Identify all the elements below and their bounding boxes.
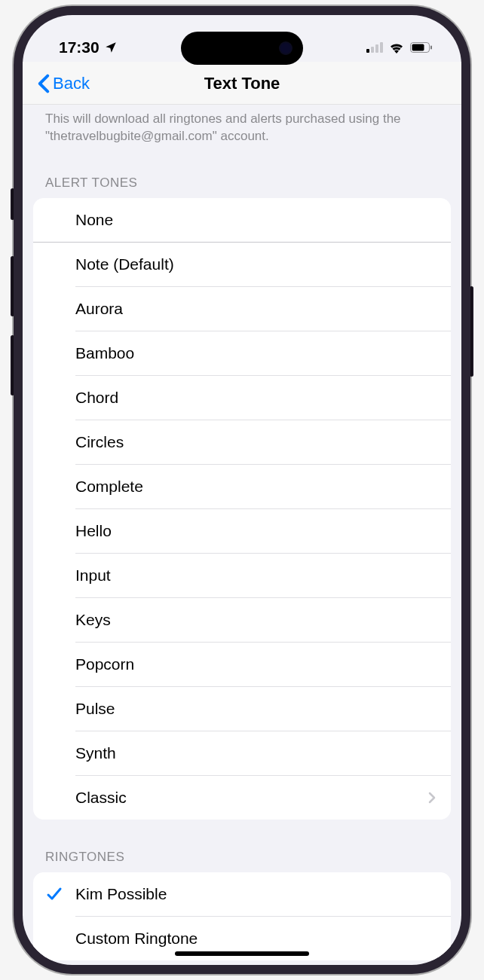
tone-label: Aurora — [75, 300, 436, 318]
wifi-icon — [389, 41, 404, 53]
tone-item-chord[interactable]: Chord — [33, 376, 451, 420]
page-title: Text Tone — [204, 74, 280, 93]
tone-item-keys[interactable]: Keys — [33, 598, 451, 642]
tone-label: Bamboo — [75, 344, 436, 362]
tone-label: Input — [75, 566, 436, 585]
back-button[interactable]: Back — [38, 74, 90, 93]
ringtones-list: Kim Possible Custom Ringtone — [33, 872, 451, 960]
ringtone-item-kim-possible[interactable]: Kim Possible — [33, 872, 451, 916]
tone-item-hello[interactable]: Hello — [33, 509, 451, 553]
tone-label: Keys — [75, 611, 436, 629]
ringtone-label: Custom Ringtone — [75, 930, 436, 948]
back-label: Back — [53, 74, 90, 93]
dynamic-island — [181, 32, 303, 65]
tone-item-note[interactable]: Note (Default) — [33, 243, 451, 286]
tone-item-none[interactable]: None — [33, 198, 451, 242]
tone-item-popcorn[interactable]: Popcorn — [33, 643, 451, 686]
checkmark-icon — [46, 886, 63, 902]
tone-label: Chord — [75, 389, 436, 407]
cellular-signal-icon — [366, 42, 383, 53]
tone-label: Synth — [75, 744, 436, 762]
tone-label: Hello — [75, 522, 436, 540]
tone-item-synth[interactable]: Synth — [33, 731, 451, 775]
battery-icon — [410, 42, 433, 53]
tone-item-aurora[interactable]: Aurora — [33, 287, 451, 331]
tone-label: Pulse — [75, 700, 436, 718]
tone-item-input[interactable]: Input — [33, 554, 451, 597]
svg-rect-2 — [430, 46, 432, 50]
description-text: This will download all ringtones and ale… — [23, 105, 461, 145]
ringtone-label: Kim Possible — [75, 885, 436, 903]
tone-item-bamboo[interactable]: Bamboo — [33, 331, 451, 375]
alert-tones-list: None Note (Default) Aurora Bamboo — [33, 198, 451, 820]
tone-item-pulse[interactable]: Pulse — [33, 687, 451, 731]
phone-frame: 17:30 — [14, 6, 470, 974]
chevron-right-icon — [428, 792, 436, 804]
chevron-left-icon — [38, 74, 50, 93]
tone-label: Note (Default) — [75, 255, 436, 273]
content-area[interactable]: This will download all ringtones and ale… — [23, 105, 461, 960]
tone-item-classic[interactable]: Classic — [33, 776, 451, 820]
location-icon — [104, 41, 118, 54]
tone-label: Classic — [75, 789, 422, 807]
tone-item-circles[interactable]: Circles — [33, 420, 451, 464]
tone-label: Popcorn — [75, 655, 436, 673]
tone-label: Complete — [75, 478, 436, 496]
navigation-bar: Back Text Tone — [23, 62, 461, 105]
tone-item-complete[interactable]: Complete — [33, 465, 451, 508]
home-indicator[interactable] — [175, 951, 309, 956]
tone-label: None — [75, 211, 436, 229]
tone-label: Circles — [75, 433, 436, 451]
section-header-ringtones: RINGTONES — [23, 820, 461, 872]
svg-rect-1 — [412, 44, 424, 51]
phone-screen: 17:30 — [23, 15, 461, 965]
status-time: 17:30 — [59, 38, 100, 56]
section-header-alert-tones: ALERT TONES — [23, 145, 461, 198]
